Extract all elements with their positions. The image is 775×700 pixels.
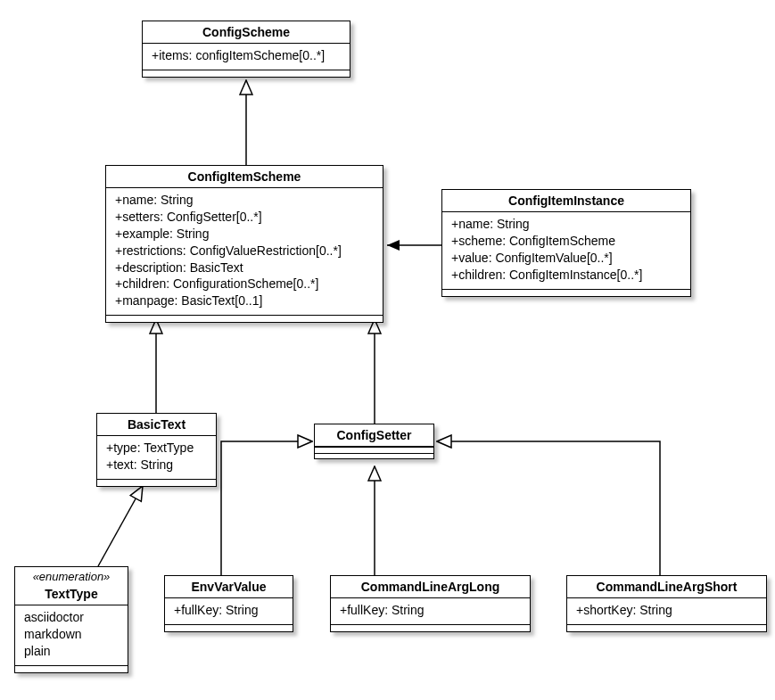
- class-TextType: «enumeration» TextType asciidoctor markd…: [14, 566, 128, 673]
- class-ops-empty: [331, 624, 530, 631]
- class-title: EnvVarValue: [165, 576, 293, 598]
- class-body: +name: String +scheme: ConfigItemScheme …: [442, 212, 690, 289]
- attr: +type: TextType: [106, 440, 207, 457]
- attr: +manpage: BasicText[0..1]: [115, 292, 374, 309]
- class-ConfigScheme: ConfigScheme +items: configItemScheme[0.…: [142, 21, 350, 78]
- attr: +setters: ConfigSetter[0..*]: [115, 209, 374, 226]
- attr: +children: ConfigItemInstance[0..*]: [451, 267, 681, 284]
- class-body: +items: configItemScheme[0..*]: [143, 44, 350, 70]
- class-body: +fullKey: String: [331, 598, 530, 624]
- class-EnvVarValue: EnvVarValue +fullKey: String: [164, 575, 293, 632]
- attr: +items: configItemScheme[0..*]: [152, 47, 341, 64]
- class-body: +shortKey: String: [567, 598, 766, 624]
- class-body-empty: [315, 447, 433, 458]
- class-ConfigItemScheme: ConfigItemScheme +name: String +setters:…: [105, 165, 383, 323]
- class-ops-empty: [143, 70, 350, 77]
- attr: +name: String: [451, 216, 681, 233]
- class-body: asciidoctor markdown plain: [15, 605, 128, 665]
- attr: +children: ConfigurationScheme[0..*]: [115, 276, 374, 292]
- attr: +fullKey: String: [174, 602, 284, 619]
- uml-diagram: ConfigScheme +items: configItemScheme[0.…: [0, 0, 775, 700]
- class-title: CommandLineArgShort: [567, 576, 766, 598]
- class-ConfigSetter: ConfigSetter: [314, 424, 434, 459]
- class-CommandLineArgShort: CommandLineArgShort +shortKey: String: [566, 575, 767, 632]
- class-title: BasicText: [97, 414, 216, 436]
- class-title: ConfigSetter: [315, 424, 433, 447]
- class-stereotype: «enumeration»: [15, 567, 128, 583]
- class-title: ConfigItemInstance: [442, 190, 690, 212]
- attr: +fullKey: String: [340, 602, 521, 619]
- class-body: +fullKey: String: [165, 598, 293, 624]
- class-CommandLineArgLong: CommandLineArgLong +fullKey: String: [330, 575, 531, 632]
- class-ConfigItemInstance: ConfigItemInstance +name: String +scheme…: [441, 189, 691, 297]
- attr: +scheme: ConfigItemScheme: [451, 233, 681, 250]
- class-body: +name: String +setters: ConfigSetter[0..…: [106, 188, 383, 315]
- attr: +value: ConfigItemValue[0..*]: [451, 250, 681, 267]
- class-title: ConfigItemScheme: [106, 166, 383, 188]
- class-BasicText: BasicText +type: TextType +text: String: [96, 413, 217, 487]
- class-title: TextType: [15, 583, 128, 605]
- class-ops-empty: [15, 665, 128, 672]
- attr: +name: String: [115, 192, 374, 209]
- class-title: CommandLineArgLong: [331, 576, 530, 598]
- attr: +example: String: [115, 226, 374, 243]
- class-ops-empty: [165, 624, 293, 631]
- enum-literal: plain: [24, 643, 119, 660]
- attr: +text: String: [106, 457, 207, 474]
- svg-line-4: [98, 486, 143, 566]
- class-ops-empty: [97, 479, 216, 486]
- class-title: ConfigScheme: [143, 21, 350, 44]
- enum-literal: markdown: [24, 626, 119, 643]
- attr: +description: BasicText: [115, 259, 374, 276]
- attr: +restrictions: ConfigValueRestriction[0.…: [115, 243, 374, 259]
- class-body: +type: TextType +text: String: [97, 436, 216, 479]
- class-ops-empty: [442, 289, 690, 296]
- attr: +shortKey: String: [576, 602, 757, 619]
- class-ops-empty: [567, 624, 766, 631]
- enum-literal: asciidoctor: [24, 609, 119, 626]
- class-ops-empty: [106, 315, 383, 322]
